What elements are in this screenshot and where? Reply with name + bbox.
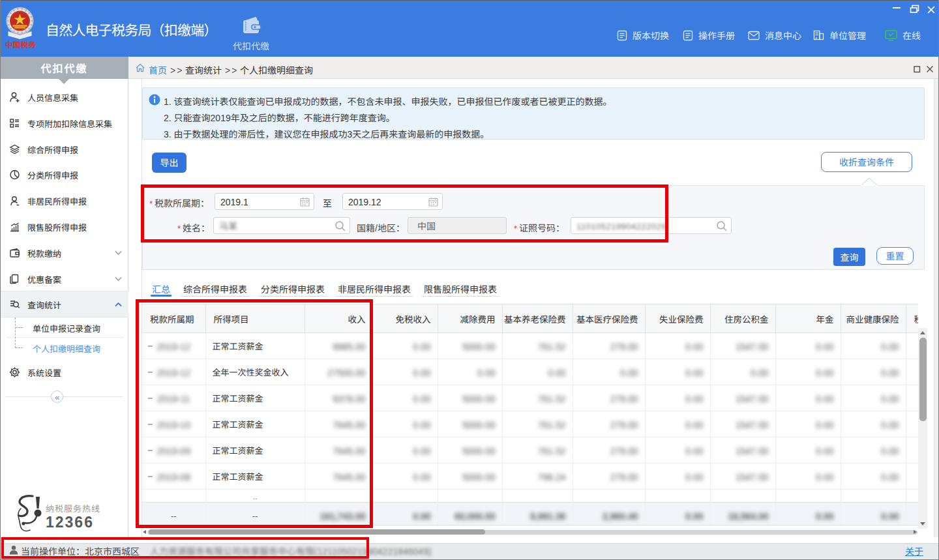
svg-text:中国税务: 中国税务 [5, 39, 37, 50]
